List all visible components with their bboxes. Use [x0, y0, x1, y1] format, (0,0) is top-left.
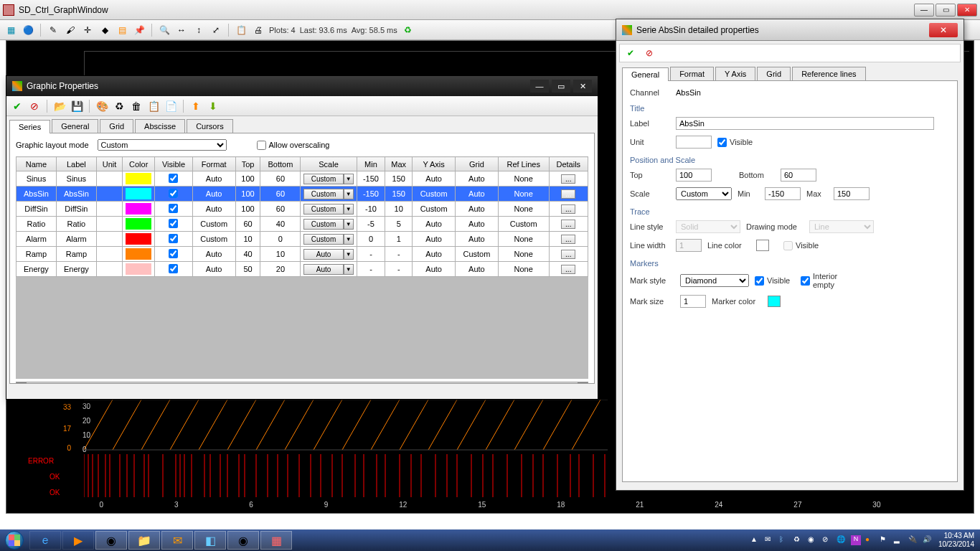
- cell-color[interactable]: [123, 171, 155, 187]
- visible-checkbox[interactable]: [169, 204, 178, 213]
- bottom-input[interactable]: [781, 169, 816, 182]
- taskbar-chrome[interactable]: ◉: [95, 531, 127, 550]
- tray-bluetooth-icon[interactable]: ᛒ: [779, 535, 789, 545]
- cell-visible[interactable]: [155, 217, 193, 232]
- sp-cancel-icon[interactable]: ⊘: [643, 47, 656, 60]
- details-button[interactable]: ...: [561, 250, 575, 259]
- cell-color[interactable]: [123, 187, 155, 202]
- visible-checkbox[interactable]: [169, 234, 178, 243]
- max-input[interactable]: [834, 187, 870, 200]
- col-min[interactable]: Min: [357, 157, 385, 171]
- sp-titlebar[interactable]: Serie AbsSin detailed properties ✕: [616, 19, 963, 41]
- cursor-icon[interactable]: ✛: [81, 24, 94, 37]
- cell-visible[interactable]: [155, 262, 193, 277]
- cell-scale[interactable]: Auto▼: [301, 262, 357, 277]
- cell-bottom[interactable]: 60: [260, 202, 301, 217]
- col-scale[interactable]: Scale: [301, 157, 357, 171]
- cell-min[interactable]: -5: [357, 217, 385, 232]
- tab-grid[interactable]: Grid: [100, 119, 133, 133]
- col-color[interactable]: Color: [123, 157, 155, 171]
- pin-icon[interactable]: 📌: [133, 24, 146, 37]
- system-tray[interactable]: ▲ ✉ ᛒ ♻ ◉ ⊘ 🌐 N ● ⚑ ▂ 🔌 🔊 10:43 AM 10/23…: [745, 532, 980, 549]
- cell-yaxis[interactable]: Auto: [413, 217, 456, 232]
- copy-icon[interactable]: 📋: [235, 24, 248, 37]
- unit-input[interactable]: [676, 136, 712, 149]
- scale-select[interactable]: Custom: [676, 187, 732, 200]
- cell-visible[interactable]: [155, 187, 193, 202]
- cell-label[interactable]: AbsSin: [56, 187, 96, 202]
- clock[interactable]: 10:43 AM 10/23/2014: [938, 532, 974, 549]
- taskbar-current[interactable]: ▦: [260, 531, 292, 550]
- col-ref-lines[interactable]: Ref Lines: [498, 157, 549, 171]
- cell-label[interactable]: Ramp: [56, 247, 96, 262]
- cell-grid[interactable]: Auto: [456, 187, 499, 202]
- cell-visible[interactable]: [155, 232, 193, 247]
- cell-yaxis[interactable]: Custom: [413, 202, 456, 217]
- mark-visible-checkbox[interactable]: [755, 276, 764, 286]
- tray-up-icon[interactable]: ▲: [750, 535, 760, 545]
- sp-close-button[interactable]: ✕: [929, 23, 958, 37]
- tray-mail-icon[interactable]: ✉: [765, 535, 775, 545]
- graphic-properties-dialog[interactable]: Graphic Properties — ▭ ✕ ✔ ⊘ 📂 💾 🎨 ♻ 🗑 📋…: [6, 75, 598, 400]
- cell-name[interactable]: Ratio: [17, 217, 57, 232]
- cell-unit[interactable]: [96, 217, 122, 232]
- cell-min[interactable]: -: [357, 247, 385, 262]
- cell-grid[interactable]: Auto: [456, 202, 499, 217]
- tray-att-icon[interactable]: ◉: [808, 535, 818, 545]
- cell-max[interactable]: 1: [385, 232, 413, 247]
- cell-ref[interactable]: None: [498, 262, 549, 277]
- cell-details[interactable]: ...: [549, 247, 588, 262]
- tray-flag-icon[interactable]: ⚑: [880, 535, 890, 545]
- cell-scale[interactable]: Custom▼: [301, 187, 357, 202]
- cell-color[interactable]: [123, 202, 155, 217]
- taskbar-outlook[interactable]: ✉: [161, 531, 193, 550]
- sp-tab-grid[interactable]: Grid: [757, 67, 791, 80]
- cell-max[interactable]: 150: [385, 187, 413, 202]
- cell-yaxis[interactable]: Auto: [413, 171, 456, 187]
- tab-series[interactable]: Series: [9, 120, 50, 133]
- refresh-icon[interactable]: ♻: [402, 24, 415, 37]
- refresh2-icon[interactable]: ♻: [113, 100, 126, 113]
- top-input[interactable]: [676, 169, 712, 182]
- visible-toggle[interactable]: Visible: [717, 138, 758, 147]
- cell-ref[interactable]: None: [498, 187, 549, 202]
- cell-top[interactable]: 50: [235, 262, 260, 277]
- cell-grid[interactable]: Auto: [456, 217, 499, 232]
- col-top[interactable]: Top: [235, 157, 260, 171]
- colors-icon[interactable]: 🔵: [22, 24, 34, 37]
- tray-power-icon[interactable]: 🔌: [908, 535, 918, 545]
- visible-checkbox[interactable]: [169, 219, 178, 228]
- cell-yaxis[interactable]: Auto: [413, 247, 456, 262]
- cell-yaxis[interactable]: Custom: [413, 187, 456, 202]
- zoom-fit-icon[interactable]: ⤢: [209, 24, 222, 37]
- cell-top[interactable]: 10: [235, 232, 260, 247]
- cell-max[interactable]: -: [385, 247, 413, 262]
- cell-visible[interactable]: [155, 247, 193, 262]
- col-name[interactable]: Name: [17, 157, 57, 171]
- cell-grid[interactable]: Auto: [456, 232, 499, 247]
- series-grid[interactable]: NameLabelUnitColorVisibleFormatTopBottom…: [16, 156, 588, 277]
- cell-format[interactable]: Auto: [192, 187, 235, 202]
- sp-tab-reflines[interactable]: Reference lines: [792, 67, 865, 80]
- cell-max[interactable]: 5: [385, 217, 413, 232]
- apply-icon[interactable]: ✔: [11, 100, 24, 113]
- col-y-axis[interactable]: Y Axis: [413, 157, 456, 171]
- table-row[interactable]: AbsSinAbsSinAuto10060Custom▼-150150Custo…: [17, 187, 588, 202]
- taskbar-media[interactable]: ▶: [62, 531, 94, 550]
- tab-cursors[interactable]: Cursors: [187, 119, 233, 133]
- cell-yaxis[interactable]: Auto: [413, 232, 456, 247]
- cell-scale[interactable]: Custom▼: [301, 202, 357, 217]
- edit-icon[interactable]: ✎: [47, 24, 60, 37]
- cell-details[interactable]: ...: [549, 171, 588, 187]
- cell-details[interactable]: ...: [549, 202, 588, 217]
- cell-bottom[interactable]: 40: [260, 217, 301, 232]
- save-icon[interactable]: 💾: [70, 100, 83, 113]
- cell-top[interactable]: 40: [235, 247, 260, 262]
- sp-tab-general[interactable]: General: [622, 67, 669, 81]
- cell-grid[interactable]: Auto: [456, 262, 499, 277]
- cell-name[interactable]: Energy: [17, 262, 57, 277]
- cell-bottom[interactable]: 0: [260, 232, 301, 247]
- tray-n-icon[interactable]: N: [851, 535, 861, 545]
- cell-color[interactable]: [123, 217, 155, 232]
- marker-icon[interactable]: ◆: [98, 24, 111, 37]
